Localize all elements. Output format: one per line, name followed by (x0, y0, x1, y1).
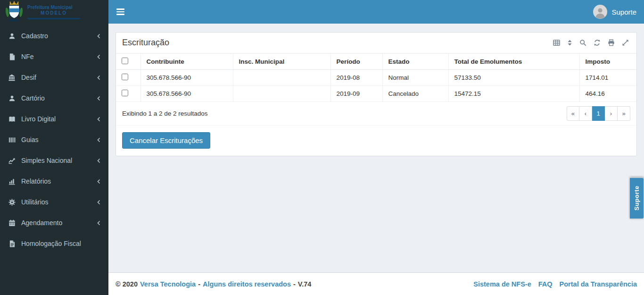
footer-link-portal-transparencia[interactable]: Portal da Transparência (560, 280, 637, 288)
fullscreen-icon[interactable] (622, 39, 629, 46)
municipality-logo[interactable]: Prefeitura Municipal MODELO (0, 0, 108, 24)
user-label: Suporte (611, 8, 636, 16)
sidebar-item-label: Relatórios (21, 177, 96, 185)
separator: - (198, 280, 200, 288)
logo-subtitle: MODELO (27, 10, 80, 17)
column-header-contribuinte: Contribuinte (140, 54, 233, 70)
calendar-icon (7, 219, 17, 227)
chevron-left-icon (96, 137, 101, 143)
line-chart-icon (7, 157, 17, 164)
panel-actions: Cancelar Escriturações (116, 125, 636, 156)
panel-header: Escrituração (116, 33, 636, 53)
row-checkbox[interactable] (122, 90, 128, 96)
main-content: Escrituração (108, 24, 644, 272)
table-header-row: Contribuinte Insc. Municipal Período Est… (116, 54, 636, 70)
pagination-prev-button[interactable]: ‹ (579, 106, 592, 121)
sidebar-item-homologacao-fiscal[interactable]: Homologação Fiscal (0, 233, 108, 254)
pagination: « ‹ 1 › » (567, 106, 630, 121)
select-all-checkbox[interactable] (122, 58, 128, 64)
pagination-next-button[interactable]: › (605, 106, 618, 121)
separator: - (293, 280, 296, 288)
file-icon (7, 53, 17, 60)
file-text-icon (7, 240, 17, 247)
search-icon[interactable] (579, 39, 586, 46)
coat-of-arms-icon (4, 0, 25, 23)
pagination-first-button[interactable]: « (567, 106, 579, 121)
bar-chart-icon (7, 178, 17, 185)
cell-estado: Normal (382, 70, 448, 86)
page-title: Escrituração (122, 38, 169, 48)
sidebar: Prefeitura Municipal MODELO Cadastro NFe (0, 0, 108, 295)
cancelar-escrituracoes-button[interactable]: Cancelar Escriturações (122, 132, 210, 149)
cell-estado: Cancelado (382, 86, 448, 102)
logo-title: Prefeitura Municipal (27, 5, 80, 11)
footer: © 2020 Versa Tecnologia - Alguns direito… (108, 272, 644, 295)
row-checkbox[interactable] (122, 74, 128, 80)
sidebar-item-cartorio[interactable]: Cartório (0, 88, 108, 109)
table-toolbar (553, 39, 630, 46)
gear-icon (7, 199, 17, 206)
pagination-page-1-button[interactable]: 1 (592, 106, 605, 121)
chevron-left-icon (96, 178, 101, 185)
cell-contribuinte: 305.678.566-90 (140, 86, 233, 102)
sidebar-item-nfe[interactable]: NFe (0, 46, 108, 67)
cell-contribuinte: 305.678.566-90 (140, 70, 233, 86)
chevron-left-icon (96, 33, 101, 39)
sidebar-item-agendamento[interactable]: Agendamento (0, 212, 108, 233)
sidebar-item-guias[interactable]: Guias (0, 129, 108, 150)
cell-insc-municipal (233, 86, 330, 102)
sidebar-item-label: NFe (21, 53, 96, 60)
sidebar-item-label: Guias (21, 136, 96, 143)
column-header-periodo: Período (330, 54, 382, 70)
sidebar-item-label: Desif (21, 74, 96, 81)
hamburger-menu-icon[interactable] (108, 0, 132, 24)
company-link[interactable]: Versa Tecnologia (140, 280, 196, 288)
user-menu[interactable]: Suporte (593, 5, 644, 19)
footer-link-sistema-nfse[interactable]: Sistema de NFS-e (473, 280, 531, 288)
user-icon (7, 33, 17, 40)
column-header-total-emolumentos: Total de Emolumentos (448, 54, 579, 70)
sort-icon[interactable] (567, 39, 572, 46)
refresh-icon[interactable] (594, 39, 601, 46)
sidebar-item-utilitarios[interactable]: Utilitários (0, 192, 108, 212)
cell-periodo: 2019-08 (330, 70, 382, 86)
cell-total-emolumentos: 57133.50 (448, 70, 579, 86)
avatar (593, 5, 607, 19)
cell-periodo: 2019-09 (330, 86, 382, 102)
table-row[interactable]: 305.678.566-90 2019-08 Normal 57133.50 1… (116, 70, 636, 86)
sidebar-item-label: Simples Nacional (21, 157, 96, 164)
chevron-left-icon (96, 75, 101, 81)
pagination-last-button[interactable]: » (618, 106, 630, 121)
topbar: Suporte (108, 0, 644, 24)
footer-links: Sistema de NFS-e FAQ Portal da Transparê… (473, 280, 637, 288)
logo-text: Prefeitura Municipal MODELO (27, 5, 80, 19)
sidebar-item-cadastro[interactable]: Cadastro (0, 25, 108, 46)
logo-tagline-bar (27, 18, 80, 19)
sidebar-item-livro-digital[interactable]: Livro Digital (0, 109, 108, 129)
footer-link-faq[interactable]: FAQ (538, 280, 553, 288)
table-footer: Exibindo 1 a 2 de 2 resultados « ‹ 1 › » (116, 102, 636, 125)
barcode-icon (7, 136, 17, 143)
table-row[interactable]: 305.678.566-90 2019-09 Cancelado 15472.1… (116, 86, 636, 102)
escrituracao-table: Contribuinte Insc. Municipal Período Est… (116, 53, 636, 102)
book-icon (7, 116, 17, 123)
select-all-cell (116, 54, 140, 70)
chevron-left-icon (96, 199, 101, 205)
column-header-imposto: Imposto (579, 54, 636, 70)
cell-imposto: 464.16 (579, 86, 636, 102)
footer-copyright: © 2020 Versa Tecnologia - Alguns direito… (116, 280, 311, 288)
rights-link[interactable]: Alguns direitos reservados (203, 280, 291, 288)
cell-insc-municipal (233, 70, 330, 86)
print-icon[interactable] (608, 39, 615, 46)
sidebar-item-label: Cadastro (21, 32, 96, 40)
row-select-cell (116, 70, 140, 86)
sidebar-item-relatorios[interactable]: Relatórios (0, 171, 108, 192)
sidebar-item-label: Agendamento (21, 219, 96, 227)
sidebar-item-simples-nacional[interactable]: Simples Nacional (0, 150, 108, 171)
table-columns-icon[interactable] (553, 39, 560, 46)
sidebar-item-label: Homologação Fiscal (21, 240, 96, 247)
sidebar-menu: Cadastro NFe Desif (0, 25, 108, 254)
chevron-left-icon (96, 158, 101, 164)
sidebar-item-desif[interactable]: Desif (0, 67, 108, 88)
support-side-tab[interactable]: Suporte (630, 177, 644, 219)
